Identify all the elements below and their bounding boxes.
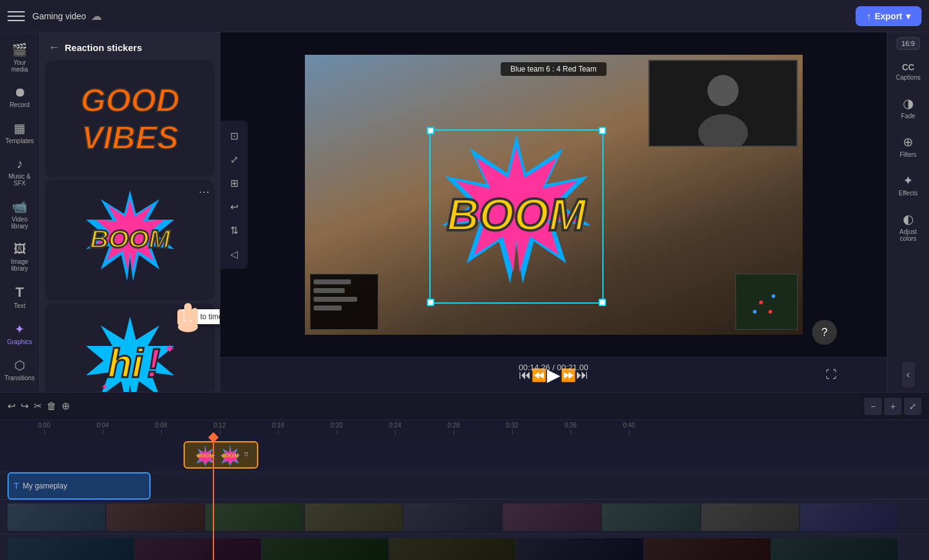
sidebar-item-image-library[interactable]: 🖼 Image library xyxy=(2,237,38,277)
hud-panel xyxy=(310,274,378,330)
fade-icon: ◑ xyxy=(903,96,913,111)
resize-tool[interactable]: ⤢ xyxy=(223,148,245,170)
ruler-mark-7: 0:28 xyxy=(424,422,483,435)
sidebar-item-your-media[interactable]: 🎬 Your media xyxy=(2,37,38,78)
boom-sticker-on-canvas[interactable]: BOOM xyxy=(429,129,604,304)
export-button[interactable]: ↑ Export ▾ xyxy=(856,6,922,26)
topbar: Gaming video ☁ ↑ Export ▾ xyxy=(0,0,929,32)
panel-header: ← Reaction stickers xyxy=(40,32,220,60)
right-panel-effects[interactable]: ✦ Effects xyxy=(890,168,927,202)
time-display: 00:14.26 / 00:21.00 xyxy=(518,363,588,372)
sidebar-item-music[interactable]: ♪ Music & SFX xyxy=(2,152,38,192)
timeline-tracks: BOOM BOOM ⠿ T My gameplay xyxy=(0,437,929,560)
sticker-clip[interactable]: BOOM BOOM ⠿ xyxy=(184,441,258,469)
ruler-label-5: 0:20 xyxy=(330,422,342,429)
sticker-boom[interactable]: ⋯ BOOM xyxy=(45,180,215,301)
timeline-copy-button[interactable]: ⊕ xyxy=(62,400,70,412)
fade-label: Fade xyxy=(901,113,915,119)
sticker-good-vibes[interactable]: GOOD VIBES xyxy=(45,60,215,177)
timeline-redo-button[interactable]: ↪ xyxy=(21,400,29,412)
canvas-viewport[interactable]: ⊡ ⤢ ⊞ ↩ ⇅ ◁ Blue team 6 : 4 Red Team xyxy=(220,32,887,357)
text-clip-icon: T xyxy=(14,481,19,491)
video-thumb-2-5 xyxy=(517,538,643,561)
right-panel-captions[interactable]: CC Captions xyxy=(890,57,927,86)
ruler-label-8: 0:32 xyxy=(506,422,518,429)
ruler-label-7: 0:28 xyxy=(447,422,459,429)
svg-point-23 xyxy=(707,75,739,106)
boom-graphic: BOOM xyxy=(77,187,183,293)
flip-tool[interactable]: ⇅ xyxy=(223,219,245,241)
playhead[interactable] xyxy=(213,437,214,560)
sidebar-item-record[interactable]: ⏺ Record xyxy=(2,80,38,113)
crop-tool[interactable]: ⊡ xyxy=(223,124,245,147)
sticker-hi[interactable]: hi ! ✦ ✦ Add to timeline 1 2 xyxy=(45,303,215,392)
fullscreen-button[interactable]: ⛶ xyxy=(826,368,837,381)
right-panel-fade[interactable]: ◑ Fade xyxy=(890,91,927,124)
handle-top-left[interactable] xyxy=(427,127,434,134)
handle-bottom-left[interactable] xyxy=(427,299,434,306)
video-thumb-6 xyxy=(503,503,600,531)
captions-icon: CC xyxy=(902,62,914,72)
clip-drag-handle[interactable]: ⠿ xyxy=(244,451,248,458)
timeline-cut-button[interactable]: ✂ xyxy=(34,400,42,412)
svg-text:✦: ✦ xyxy=(164,342,175,356)
playback-controls: ⏮ ⏪ ▶ ⏩ ⏭ 00:14.26 / 00:21.00 ⛶ xyxy=(220,357,887,392)
right-panel-adjust-colors[interactable]: ◐ Adjust colors xyxy=(890,207,927,247)
handle-bottom-right[interactable] xyxy=(599,299,606,306)
video-thumb-2-2 xyxy=(135,538,261,561)
filters-icon: ⊕ xyxy=(903,134,913,149)
transitions-icon: ⬡ xyxy=(14,358,25,373)
svg-rect-31 xyxy=(314,279,351,284)
templates-icon: ▦ xyxy=(14,121,26,136)
right-panel-collapse[interactable]: ‹ xyxy=(902,362,915,387)
text-clip[interactable]: T My gameplay xyxy=(7,472,151,500)
effects-icon: ✦ xyxy=(903,173,913,188)
sidebar-item-graphics[interactable]: ✦ Graphics xyxy=(2,317,38,350)
svg-rect-32 xyxy=(314,288,345,293)
right-panel-filters[interactable]: ⊕ Filters xyxy=(890,129,927,163)
record-icon: ⏺ xyxy=(14,85,26,100)
menu-button[interactable] xyxy=(7,7,25,25)
zoom-fit-button[interactable]: ⤢ xyxy=(904,398,922,415)
video-clip-1[interactable] xyxy=(7,503,898,531)
ruler-mark-8: 0:32 xyxy=(483,422,541,435)
handle-top-right[interactable] xyxy=(599,127,606,134)
sidebar-item-transitions[interactable]: ⬡ Transitions xyxy=(2,353,38,386)
export-icon: ↑ xyxy=(867,11,871,21)
captions-label: Captions xyxy=(896,74,920,81)
svg-text:✦: ✦ xyxy=(100,381,108,392)
svg-rect-34 xyxy=(314,306,342,310)
sidebar-label-record: Record xyxy=(9,101,29,108)
undo-tool[interactable]: ↩ xyxy=(223,195,245,218)
trim-tool[interactable]: ◁ xyxy=(223,243,245,265)
video-clip-2[interactable] xyxy=(7,538,898,561)
zoom-in-button[interactable]: + xyxy=(884,398,902,415)
sidebar-item-video-library[interactable]: 📹 Video library xyxy=(2,194,38,235)
back-button[interactable]: ← xyxy=(49,41,60,54)
good-vibes-graphic: GOOD VIBES xyxy=(80,68,180,170)
ruler-mark-4: 0:16 xyxy=(249,422,307,435)
video-thumb-9 xyxy=(800,503,898,531)
timeline-delete-button[interactable]: 🗑 xyxy=(47,401,57,412)
ruler-label-6: 0:24 xyxy=(389,422,401,429)
zoom-controls: − + ⤢ xyxy=(864,398,922,415)
graphics-icon: ✦ xyxy=(14,322,25,337)
timeline-undo-button[interactable]: ↩ xyxy=(7,400,16,412)
zoom-out-button[interactable]: − xyxy=(864,398,882,415)
sidebar-item-text[interactable]: T Text xyxy=(2,279,38,314)
main-area: 🎬 Your media ⏺ Record ▦ Templates ♪ Musi… xyxy=(0,32,929,392)
svg-rect-25 xyxy=(736,274,797,329)
sticker-track: BOOM BOOM ⠿ xyxy=(0,437,929,472)
aspect-ratio-badge[interactable]: 16:9 xyxy=(897,37,920,50)
card-menu-icon[interactable]: ⋯ xyxy=(198,185,210,198)
export-label: Export xyxy=(875,11,902,21)
filters-label: Filters xyxy=(900,151,917,158)
pip-tool[interactable]: ⊞ xyxy=(223,172,245,194)
hi-svg: hi ! ✦ ✦ xyxy=(77,310,183,392)
ruler-label-0: 0:00 xyxy=(38,422,50,429)
chevron-down-icon: ▾ xyxy=(906,11,910,21)
sidebar-label-text: Text xyxy=(14,302,25,309)
help-button[interactable]: ? xyxy=(812,320,837,345)
sidebar-item-templates[interactable]: ▦ Templates xyxy=(2,116,38,149)
svg-point-29 xyxy=(753,310,757,314)
